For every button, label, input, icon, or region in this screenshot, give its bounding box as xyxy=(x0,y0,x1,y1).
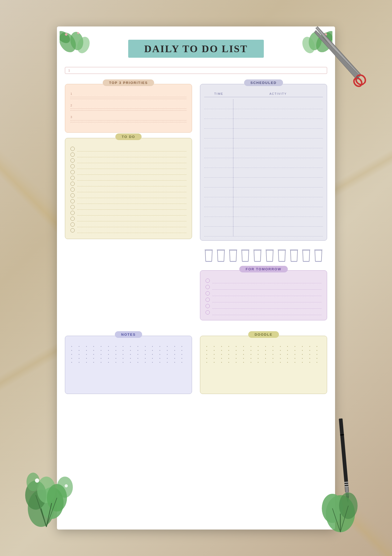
doodle-dot xyxy=(206,346,207,347)
water-glass[interactable] xyxy=(228,249,238,262)
todo-line xyxy=(77,169,186,175)
notes-dot xyxy=(145,362,146,363)
todo-checkbox[interactable] xyxy=(70,176,75,180)
scheduled-row xyxy=(204,197,323,207)
activity-cell xyxy=(233,217,323,226)
svg-point-23 xyxy=(65,484,68,487)
doodle-dot xyxy=(221,354,222,355)
scheduled-row xyxy=(204,119,323,129)
water-glass[interactable] xyxy=(265,249,275,262)
doodle-dot xyxy=(214,350,215,351)
doodle-dot xyxy=(258,358,259,359)
doodle-section: DOODLE xyxy=(200,336,327,399)
water-glass[interactable] xyxy=(301,249,311,262)
doodle-dot xyxy=(221,362,222,363)
tomorrow-line xyxy=(212,310,322,315)
priority-number-1: 1 xyxy=(70,92,186,95)
scheduled-box: TIME ACTIVITY xyxy=(200,84,327,241)
water-glass[interactable] xyxy=(216,249,226,262)
time-cell xyxy=(204,187,233,197)
todo-checkbox[interactable] xyxy=(70,187,75,192)
notes-title: NOTES xyxy=(115,331,142,338)
water-glass[interactable] xyxy=(252,249,262,262)
todo-checkbox[interactable] xyxy=(70,182,75,186)
tomorrow-item xyxy=(206,303,322,309)
notes-dot xyxy=(108,346,109,347)
priority-number-2: 2 xyxy=(70,104,186,107)
doodle-dot xyxy=(317,362,317,363)
todo-item xyxy=(70,199,186,204)
todo-checkbox[interactable] xyxy=(70,228,75,232)
notes-dot-grid xyxy=(69,344,188,365)
doodle-dot xyxy=(273,358,273,359)
notes-dot xyxy=(93,362,94,363)
svg-rect-3 xyxy=(339,418,349,492)
tomorrow-line xyxy=(212,291,322,296)
priority-line-1a xyxy=(70,97,186,97)
tomorrow-checkbox[interactable] xyxy=(206,298,210,302)
notes-dot xyxy=(167,358,168,359)
tomorrow-checkbox[interactable] xyxy=(206,279,210,283)
notes-dot xyxy=(130,362,131,363)
todo-checkbox[interactable] xyxy=(70,211,75,215)
tomorrow-checkbox[interactable] xyxy=(206,304,210,308)
todo-line xyxy=(77,222,186,227)
doodle-dot xyxy=(265,350,266,351)
notes-dot xyxy=(145,354,146,355)
doodle-dot xyxy=(228,362,229,363)
water-glass[interactable] xyxy=(289,249,299,262)
todo-checkbox[interactable] xyxy=(70,170,75,174)
activity-cell xyxy=(233,168,323,177)
scheduled-row xyxy=(204,187,323,197)
todo-checkbox[interactable] xyxy=(70,199,75,203)
doodle-dot xyxy=(317,358,317,359)
activity-cell xyxy=(233,197,323,207)
time-cell xyxy=(204,217,233,226)
todo-checkbox[interactable] xyxy=(70,153,75,157)
notes-dot xyxy=(93,358,94,359)
todo-checkbox[interactable] xyxy=(70,217,75,221)
left-column: TOP 3 PRIORITIES 1 2 3 xyxy=(65,79,196,326)
todo-checkbox[interactable] xyxy=(70,164,75,168)
doodle-dot xyxy=(302,358,303,359)
activity-cell xyxy=(233,227,323,236)
todo-checkbox[interactable] xyxy=(70,158,75,163)
todo-checkbox[interactable] xyxy=(70,193,75,198)
priority-2: 2 xyxy=(70,104,186,111)
priority-line-2b xyxy=(70,110,186,111)
svg-point-22 xyxy=(35,478,39,483)
doodle-dot xyxy=(280,354,281,355)
notes-dot xyxy=(93,346,94,347)
todo-item xyxy=(70,187,186,192)
notes-dot xyxy=(181,350,182,351)
notes-dot xyxy=(137,350,138,351)
time-cell xyxy=(204,168,233,177)
todo-line xyxy=(77,228,186,233)
time-cell xyxy=(204,129,233,138)
doodle-dot xyxy=(221,358,222,359)
doodle-dot-grid xyxy=(204,344,323,365)
tomorrow-checkbox[interactable] xyxy=(206,310,210,315)
water-glass[interactable] xyxy=(204,249,214,262)
water-glass[interactable] xyxy=(240,249,250,262)
plant-left-decoration xyxy=(25,455,78,535)
water-glass[interactable] xyxy=(277,249,287,262)
tomorrow-line xyxy=(212,278,322,283)
date-row[interactable]: 1 xyxy=(65,67,327,74)
doodle-dot xyxy=(273,346,273,347)
doodle-dot xyxy=(287,362,288,363)
todo-checkbox[interactable] xyxy=(70,147,75,151)
notes-dot xyxy=(79,354,79,355)
notes-dot xyxy=(86,350,87,351)
todo-checkbox[interactable] xyxy=(70,222,75,227)
doodle-dot xyxy=(265,346,266,347)
notes-dot xyxy=(71,362,72,363)
time-cell xyxy=(204,138,233,148)
tomorrow-checkbox[interactable] xyxy=(206,291,210,295)
todo-checkbox[interactable] xyxy=(70,205,75,209)
tomorrow-checkbox[interactable] xyxy=(206,285,210,289)
water-glass[interactable] xyxy=(313,249,323,262)
doodle-dot xyxy=(258,346,259,347)
notes-dot xyxy=(181,354,182,355)
tomorrow-item xyxy=(206,297,322,302)
